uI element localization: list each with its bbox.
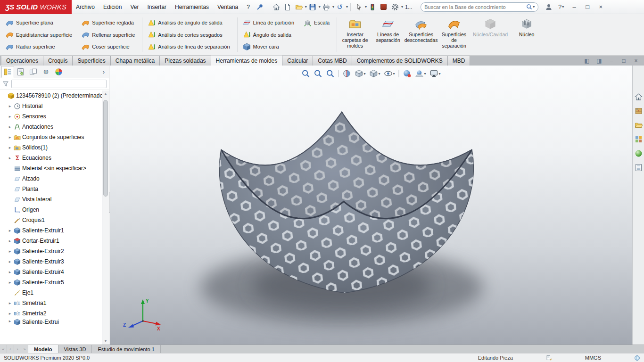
tab-estudio-de-movimiento[interactable]: Estudio de movimiento 1 [92, 345, 160, 353]
tree-item-croquis1[interactable]: Croquis1 [0, 215, 102, 225]
knowledge-base-search-input[interactable] [424, 4, 526, 10]
menu-herramientas[interactable]: Herramientas [171, 0, 213, 14]
tab-complementos[interactable]: Complementos de SOLIDWORKS [352, 56, 448, 66]
rebuild-button[interactable] [367, 1, 378, 13]
new-document-button[interactable] [282, 1, 293, 13]
ribbon-button-parting-line-analysis[interactable]: Análisis de línea de separación [145, 41, 232, 52]
tab-scroll-first-button[interactable]: « [0, 345, 7, 353]
tab-chapa-metalica[interactable]: Chapa metálica [111, 56, 160, 66]
options-button[interactable] [389, 1, 401, 13]
previous-document-icon[interactable]: ◧ [582, 58, 592, 64]
tab-modelo[interactable]: Modelo [28, 345, 58, 353]
expand-arrow-icon[interactable]: ▸ [8, 114, 12, 119]
expand-arrow-icon[interactable]: ▸ [8, 270, 12, 274]
graphics-viewport[interactable]: ▾ ▾ ▾ ▾ ▾ Y X Z [110, 66, 632, 345]
save-button[interactable] [307, 1, 318, 13]
menu-help[interactable]: ? [242, 0, 254, 14]
tab-mbd[interactable]: MBD [448, 56, 471, 66]
expand-arrow-icon[interactable]: ▸ [8, 156, 12, 160]
design-library-button[interactable] [634, 106, 644, 116]
ribbon-button-offset-surface[interactable]: Equidistanciar superficie [3, 29, 75, 41]
zoom-area-button[interactable] [312, 68, 323, 79]
solidworks-resources-button[interactable] [634, 92, 644, 102]
tree-item-origen[interactable]: Origen [0, 205, 102, 215]
ribbon-button-parting-lines[interactable]: Líneas de separación [372, 15, 405, 54]
tree-item-solidos[interactable]: ▸Sólidos(1) [0, 142, 102, 153]
tree-item-saliente-extruir2[interactable]: ▸Saliente-Extruir2 [0, 246, 102, 256]
tree-item-sensores[interactable]: ▸Sensores [0, 111, 102, 122]
tab-vistas-3d[interactable]: Vistas 3D [58, 345, 92, 353]
tree-item-saliente-extruir5[interactable]: ▸Saliente-Extruir5 [0, 277, 102, 288]
tree-item-saliente-extruir4[interactable]: ▸Saliente-Extruir4 [0, 267, 102, 277]
tree-item-simetria2[interactable]: ▸Simetría2 [0, 308, 102, 319]
tree-item-cortar-extruir1[interactable]: ▸Cortar-Extruir1 [0, 236, 102, 246]
tree-item-eje1[interactable]: Eje1 [0, 288, 102, 298]
display-style-button[interactable]: ▾ [368, 68, 381, 79]
expand-arrow-icon[interactable]: ▸ [8, 124, 12, 129]
ribbon-button-radiate-surface[interactable]: Radiar superficie [3, 41, 75, 52]
ribbon-button-planar-surface[interactable]: Superficie plana [3, 17, 75, 28]
custom-properties-button[interactable] [634, 163, 644, 173]
document-close-icon[interactable]: × [631, 58, 641, 64]
ribbon-button-scale[interactable]: Escala [301, 17, 332, 28]
window-close-button[interactable]: × [594, 0, 607, 14]
ribbon-button-draft[interactable]: Ángulo de salida [240, 29, 297, 41]
section-view-button[interactable] [341, 68, 352, 79]
ribbon-button-insert-mold-folders[interactable]: Insertar carpetas de moldes [339, 15, 372, 54]
search-icon[interactable] [526, 4, 532, 10]
ribbon-button-move-face[interactable]: Mover cara [240, 41, 297, 52]
file-explorer-button[interactable] [634, 120, 644, 130]
menu-edicion[interactable]: Edición [99, 0, 126, 14]
view-orientation-button[interactable]: ▾ [353, 68, 367, 79]
menu-archivo[interactable]: Archivo [72, 0, 99, 14]
scrollbar-up-arrow[interactable]: ▲ [102, 90, 109, 97]
expand-arrow-icon[interactable]: ▸ [8, 259, 12, 264]
appearances-scenes-button[interactable] [634, 148, 644, 158]
expand-arrow-icon[interactable]: ▸ [8, 228, 12, 233]
tab-display-manager[interactable] [52, 66, 65, 78]
model-3d-bowl[interactable] [110, 66, 632, 345]
tab-property-manager[interactable] [14, 66, 27, 78]
tab-configuration-manager[interactable] [27, 66, 40, 78]
tree-item-saliente-extruir3[interactable]: ▸Saliente-Extruir3 [0, 256, 102, 267]
zoom-in-out-button[interactable] [324, 68, 336, 79]
pin-menu-icon[interactable] [254, 1, 265, 13]
tree-item-planta[interactable]: Planta [0, 184, 102, 194]
ribbon-button-split-line[interactable]: Línea de partición [240, 17, 297, 28]
ribbon-button-draft-analysis[interactable]: Análisis de ángulo de salida [145, 17, 232, 28]
expand-arrow-icon[interactable]: ▸ [8, 135, 12, 140]
tab-operaciones[interactable]: Operaciones [1, 56, 43, 66]
tree-item-historial[interactable]: ▸Historial [0, 101, 102, 111]
tree-item-anotaciones[interactable]: ▸Anotaciones [0, 122, 102, 132]
tab-cotas-mbd[interactable]: Cotas MBD [313, 56, 352, 66]
document-minimize-icon[interactable]: – [606, 58, 617, 64]
scrollbar-down-arrow[interactable]: ▼ [102, 338, 109, 345]
feature-tree-filter-input[interactable] [11, 80, 107, 88]
tab-croquis[interactable]: Croquis [43, 56, 73, 66]
expand-arrow-icon[interactable]: ▸ [8, 280, 12, 285]
menu-insertar[interactable]: Insertar [143, 0, 171, 14]
tab-piezas-soldadas[interactable]: Piezas soldadas [160, 56, 211, 66]
tree-item-simetria1[interactable]: ▸Simetría1 [0, 298, 102, 308]
print-button[interactable] [321, 1, 332, 13]
expand-arrow-icon[interactable]: ▸ [8, 239, 12, 243]
menu-ventana[interactable]: Ventana [213, 0, 242, 14]
ribbon-button-filled-surface[interactable]: Rellenar superficie [79, 29, 138, 41]
window-maximize-button[interactable]: □ [581, 0, 594, 14]
view-palette-button[interactable] [634, 134, 644, 144]
tab-herramientas-de-moldes[interactable]: Herramientas de moldes [211, 56, 283, 66]
help-button[interactable]: ?▾ [554, 0, 568, 14]
tab-scroll-last-button[interactable]: » [21, 345, 28, 353]
knowledge-base-search[interactable]: ▾ [421, 2, 538, 12]
scrollbar-thumb[interactable] [103, 100, 108, 197]
ribbon-button-parting-surfaces[interactable]: Superficies de separación [438, 15, 471, 54]
select-button[interactable] [353, 1, 364, 13]
expand-arrow-icon[interactable]: ▸ [8, 145, 12, 150]
tab-scroll-prev-button[interactable]: ‹ [7, 345, 14, 353]
tab-scroll-next-button[interactable]: › [14, 345, 21, 353]
expand-arrow-icon[interactable]: ▸ [8, 249, 12, 254]
tree-item-ecuaciones[interactable]: ▸Ecuaciones [0, 153, 102, 163]
tab-superficies[interactable]: Superficies [73, 56, 110, 66]
expand-arrow-icon[interactable]: ▸ [8, 319, 12, 323]
tree-item-partial[interactable]: ▸Saliente-Extrui [0, 319, 102, 325]
